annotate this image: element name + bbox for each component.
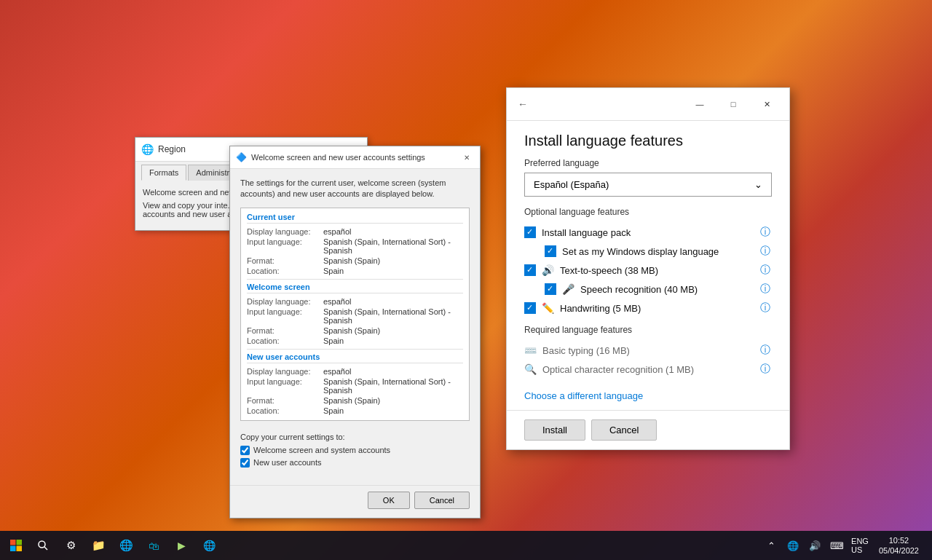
- checkbox-newuser-row: New user accounts: [240, 458, 470, 468]
- current-format-row: Format: Spanish (Spain): [247, 256, 463, 266]
- clock-date: 05/04/2022: [879, 545, 919, 556]
- copy-label: Copy your current settings to:: [240, 433, 470, 441]
- tray-chevron[interactable]: ⌃: [761, 532, 781, 559]
- nu-location-row: Location: Spain: [247, 406, 463, 416]
- welcome-body: The settings for the current user, welco…: [230, 169, 480, 485]
- ws-format-row: Format: Spanish (Spain): [247, 326, 463, 336]
- info-icon-basic-typing[interactable]: ⓘ: [759, 344, 772, 357]
- feature-row-windows-display: Set as my Windows display language ⓘ: [524, 242, 772, 261]
- desktop: 🌐 Region ─ ✕ Formats Administrative Welc…: [0, 0, 932, 560]
- checkbox-welcome-label: Welcome screen and system accounts: [253, 446, 390, 454]
- nu-input-lang-value: Spanish (Spain, International Sort) - Sp…: [323, 377, 463, 395]
- ocr-icon: 🔍: [524, 363, 537, 375]
- store-button[interactable]: 🛍: [141, 532, 167, 559]
- current-input-lang-label: Input language:: [247, 237, 323, 255]
- nu-input-lang-label: Input language:: [247, 377, 323, 395]
- lang-body: Install language features Preferred lang…: [507, 121, 789, 410]
- welcome-close-button[interactable]: ✕: [459, 150, 474, 165]
- clock[interactable]: 10:52 05/04/2022: [874, 534, 923, 558]
- welcome-description: The settings for the current user, welco…: [240, 178, 470, 200]
- settings-taskbar-button[interactable]: ⚙: [58, 532, 84, 559]
- welcome-titlebar: 🔷 Welcome screen and new user accounts s…: [230, 146, 480, 169]
- svg-line-5: [44, 547, 47, 550]
- ws-location-row: Location: Spain: [247, 336, 463, 346]
- svg-rect-0: [10, 540, 16, 545]
- info-icon-handwriting[interactable]: ⓘ: [759, 301, 772, 315]
- lang-indicator[interactable]: ENGUS: [848, 537, 872, 554]
- current-user-title: Current user: [247, 213, 463, 224]
- welcome-ok-button[interactable]: OK: [368, 492, 410, 509]
- speaker-icon[interactable]: 🔊: [805, 532, 825, 559]
- current-input-lang-value: Spanish (Spain, International Sort) - Sp…: [323, 237, 463, 255]
- lang-cancel-button[interactable]: Cancel: [591, 419, 657, 441]
- info-icon-speech-rec[interactable]: ⓘ: [759, 283, 772, 296]
- feature-windows-display-label: Set as my Windows display language: [562, 246, 753, 257]
- nu-format-row: Format: Spanish (Spain): [247, 395, 463, 406]
- current-location-value: Spain: [323, 267, 463, 275]
- ie-button[interactable]: 🌐: [196, 532, 222, 559]
- current-display-lang-row: Display language: español: [247, 226, 463, 237]
- feature-row-install-pack: Install language pack ⓘ: [524, 223, 772, 242]
- checkbox-install-pack[interactable]: [524, 226, 536, 238]
- start-button[interactable]: [3, 532, 29, 559]
- checkbox-new-user-label: New user accounts: [253, 458, 322, 467]
- checkbox-handwriting[interactable]: [524, 302, 536, 314]
- taskbar: ⚙ 📁 🌐 🛍 ▶ 🌐 ⌃ 🌐 🔊 ⌨ ENGUS 10:52 05/04/20…: [0, 531, 932, 560]
- lang-back-button[interactable]: ←: [513, 94, 533, 114]
- info-icon-ocr[interactable]: ⓘ: [759, 363, 772, 376]
- current-display-lang-label: Display language:: [247, 227, 323, 236]
- nu-location-value: Spain: [323, 406, 463, 415]
- feature-handwriting-label: Handwriting (5 MB): [560, 303, 753, 314]
- copy-section: Copy your current settings to: Welcome s…: [240, 427, 470, 476]
- network-icon[interactable]: 🌐: [783, 532, 803, 559]
- edge-browser-button[interactable]: 🌐: [113, 532, 139, 559]
- lang-close-button[interactable]: ✕: [750, 92, 783, 116]
- feature-tts-label: Text-to-speech (38 MB): [560, 265, 753, 276]
- welcome-title: Welcome screen and new user accounts set…: [251, 153, 455, 162]
- required-features-section: Required language features ⌨️ Basic typi…: [524, 325, 772, 379]
- feature-row-tts: 🔊 Text-to-speech (38 MB) ⓘ: [524, 261, 772, 280]
- info-icon-tts[interactable]: ⓘ: [759, 264, 772, 277]
- feature-row-handwriting: ✏️ Handwriting (5 MB) ⓘ: [524, 299, 772, 318]
- checkbox-new-user[interactable]: [240, 458, 250, 468]
- nu-location-label: Location:: [247, 406, 323, 415]
- preferred-lang-value: Español (España): [534, 179, 609, 190]
- required-ocr-label: Optical character recognition (1 MB): [542, 364, 694, 375]
- keyboard-icon[interactable]: ⌨: [826, 532, 847, 559]
- ws-location-label: Location:: [247, 336, 323, 345]
- lang-footer: Install Cancel: [507, 410, 789, 449]
- feature-row-speech-rec: 🎤 Speech recognition (40 MB) ⓘ: [524, 280, 772, 299]
- info-icon-install-pack[interactable]: ⓘ: [759, 226, 772, 239]
- svg-rect-2: [10, 546, 16, 552]
- required-row-basic-typing: ⌨️ Basic typing (16 MB) ⓘ: [524, 341, 772, 360]
- install-button[interactable]: Install: [524, 419, 585, 441]
- feature-speech-rec-label: Speech recognition (40 MB): [580, 284, 753, 295]
- feature-install-pack-label: Install language pack: [542, 227, 753, 238]
- checkbox-welcome-row: Welcome screen and system accounts: [240, 446, 470, 455]
- terminal-button[interactable]: ▶: [168, 532, 194, 559]
- welcome-cancel-button[interactable]: Cancel: [414, 492, 470, 509]
- checkbox-welcome[interactable]: [240, 446, 250, 455]
- ws-location-value: Spain: [323, 336, 463, 345]
- checkbox-tts[interactable]: [524, 264, 536, 276]
- current-location-label: Location:: [247, 267, 323, 275]
- file-explorer-button[interactable]: 📁: [85, 532, 111, 559]
- lang-maximize-button[interactable]: □: [716, 92, 750, 116]
- ws-format-label: Format:: [247, 326, 323, 335]
- welcome-screen-title: Welcome screen: [247, 283, 463, 293]
- welcome-dialog: 🔷 Welcome screen and new user accounts s…: [229, 146, 481, 518]
- optional-features-title: Optional language features: [524, 207, 772, 217]
- choose-different-language-link[interactable]: Choose a different language: [524, 379, 772, 410]
- info-icon-windows-display[interactable]: ⓘ: [759, 245, 772, 258]
- ws-input-lang-row: Input language: Spanish (Spain, Internat…: [247, 307, 463, 326]
- lang-minimize-button[interactable]: —: [683, 92, 716, 116]
- tab-formats[interactable]: Formats: [141, 165, 186, 181]
- preferred-lang-dropdown[interactable]: Español (España) ⌄: [524, 173, 772, 197]
- checkbox-windows-display[interactable]: [545, 245, 556, 257]
- welcome-controls: ✕: [459, 150, 474, 165]
- required-row-ocr: 🔍 Optical character recognition (1 MB) ⓘ: [524, 360, 772, 379]
- checkbox-speech-rec[interactable]: [545, 283, 556, 295]
- search-taskbar-button[interactable]: [30, 532, 56, 559]
- ws-input-lang-label: Input language:: [247, 307, 323, 325]
- lang-features-dialog: ← — □ ✕ Install language features Prefer…: [506, 87, 790, 450]
